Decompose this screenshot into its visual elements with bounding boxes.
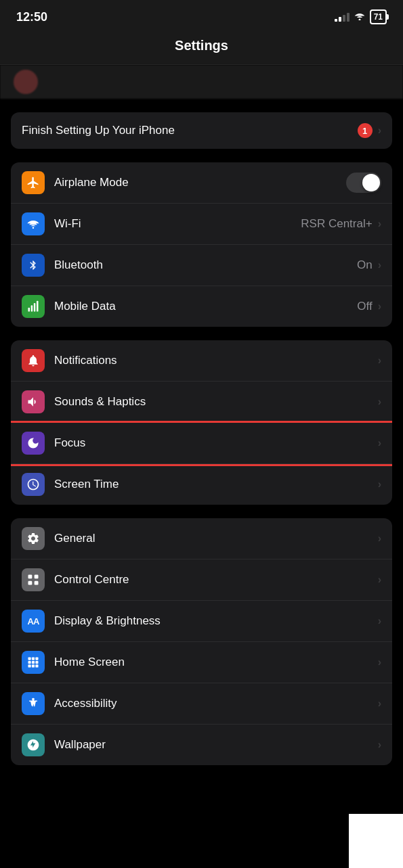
status-time: 12:50 xyxy=(16,10,47,24)
connectivity-section: Airplane Mode Wi-Fi RSR Central+ › xyxy=(11,162,392,327)
home-screen-label: Home Screen xyxy=(54,656,378,669)
svg-rect-8 xyxy=(28,658,31,660)
sounds-haptics-chevron-icon: › xyxy=(378,396,381,408)
sounds-haptics-label: Sounds & Haptics xyxy=(54,395,378,409)
focus-icon xyxy=(22,432,45,455)
svg-rect-13 xyxy=(35,661,38,664)
bluetooth-item[interactable]: Bluetooth On › xyxy=(11,245,392,286)
svg-rect-0 xyxy=(28,308,30,312)
airplane-mode-item[interactable]: Airplane Mode xyxy=(11,162,392,204)
mobile-data-item[interactable]: Mobile Data Off › xyxy=(11,286,392,327)
page-header: Settings xyxy=(0,30,403,65)
focus-chevron-icon: › xyxy=(378,437,381,449)
general-label: General xyxy=(54,532,378,545)
svg-rect-6 xyxy=(28,581,33,585)
wifi-icon xyxy=(22,212,45,235)
svg-rect-2 xyxy=(34,303,36,312)
display-brightness-item[interactable]: AA Display & Brightness › xyxy=(11,601,392,642)
wifi-label: Wi-Fi xyxy=(54,217,301,231)
accessibility-item[interactable]: Accessibility › xyxy=(11,683,392,725)
wifi-chevron-icon: › xyxy=(378,218,381,230)
accessibility-icon xyxy=(22,692,45,715)
wallpaper-chevron-icon: › xyxy=(378,739,381,751)
svg-rect-3 xyxy=(37,301,39,312)
general-icon xyxy=(22,527,45,550)
svg-rect-10 xyxy=(35,658,38,660)
status-bar: 12:50 71 xyxy=(0,0,403,30)
wifi-status-icon xyxy=(354,11,366,23)
mobile-data-label: Mobile Data xyxy=(54,300,357,313)
screen-time-label: Screen Time xyxy=(54,478,378,491)
general-item[interactable]: General › xyxy=(11,518,392,559)
wallpaper-item[interactable]: Wallpaper › xyxy=(11,725,392,765)
settings-content: Finish Setting Up Your iPhone 1 › Airpla… xyxy=(0,112,403,765)
avatar xyxy=(14,70,38,94)
notifications-chevron-icon: › xyxy=(378,355,381,367)
sounds-haptics-item[interactable]: Sounds & Haptics › xyxy=(11,382,392,423)
finish-setup-section: Finish Setting Up Your iPhone 1 › xyxy=(11,112,392,149)
bluetooth-chevron-icon: › xyxy=(378,259,381,271)
general-chevron-icon: › xyxy=(378,532,381,545)
airplane-mode-icon xyxy=(22,171,45,194)
home-screen-icon xyxy=(22,651,45,674)
accessibility-chevron-icon: › xyxy=(378,698,381,710)
display-brightness-label: Display & Brightness xyxy=(54,614,378,628)
focus-item[interactable]: Focus › xyxy=(11,423,392,464)
signal-bars-icon xyxy=(335,13,349,22)
svg-rect-1 xyxy=(31,305,33,311)
svg-rect-15 xyxy=(32,664,35,667)
svg-rect-4 xyxy=(28,575,33,579)
display-brightness-chevron-icon: › xyxy=(378,615,381,627)
control-centre-item[interactable]: Control Centre › xyxy=(11,559,392,601)
notifications-icon xyxy=(22,349,45,372)
svg-rect-7 xyxy=(35,581,39,585)
svg-rect-5 xyxy=(35,575,39,579)
svg-rect-14 xyxy=(28,664,31,667)
svg-rect-9 xyxy=(32,658,35,660)
screen-time-item[interactable]: Screen Time › xyxy=(11,464,392,505)
screen-time-chevron-icon: › xyxy=(378,478,381,490)
accessibility-label: Accessibility xyxy=(54,697,378,710)
mobile-data-chevron-icon: › xyxy=(378,300,381,313)
bottom-corner-block xyxy=(349,814,403,868)
general-section: General › Control Centre › AA Display & … xyxy=(11,518,392,765)
airplane-mode-label: Airplane Mode xyxy=(54,176,346,189)
wifi-item[interactable]: Wi-Fi RSR Central+ › xyxy=(11,204,392,245)
screen-time-icon xyxy=(22,473,45,496)
airplane-mode-toggle[interactable] xyxy=(346,173,381,193)
profile-blur-section xyxy=(0,65,403,99)
display-brightness-icon: AA xyxy=(22,610,45,633)
finish-setup-chevron-icon: › xyxy=(378,124,381,137)
wallpaper-icon xyxy=(22,733,45,756)
home-screen-chevron-icon: › xyxy=(378,656,381,668)
control-centre-icon xyxy=(22,568,45,591)
home-screen-item[interactable]: Home Screen › xyxy=(11,642,392,683)
page-title: Settings xyxy=(175,38,228,53)
finish-setup-label: Finish Setting Up Your iPhone xyxy=(22,124,358,137)
sounds-haptics-icon xyxy=(22,390,45,413)
bluetooth-label: Bluetooth xyxy=(54,258,357,272)
wallpaper-label: Wallpaper xyxy=(54,738,378,752)
finish-setup-item[interactable]: Finish Setting Up Your iPhone 1 › xyxy=(11,112,392,149)
mobile-data-icon xyxy=(22,295,45,318)
focus-label: Focus xyxy=(54,436,378,450)
svg-rect-16 xyxy=(35,664,38,667)
bluetooth-value: On xyxy=(357,258,373,272)
control-centre-chevron-icon: › xyxy=(378,574,381,586)
notifications-item[interactable]: Notifications › xyxy=(11,340,392,382)
notifications-label: Notifications xyxy=(54,354,378,367)
control-centre-label: Control Centre xyxy=(54,573,378,587)
svg-rect-11 xyxy=(28,661,31,664)
battery-indicator: 71 xyxy=(370,9,387,24)
status-icons: 71 xyxy=(335,9,387,24)
bluetooth-icon xyxy=(22,254,45,277)
wifi-value: RSR Central+ xyxy=(301,217,372,231)
mobile-data-value: Off xyxy=(357,300,372,313)
notifications-section: Notifications › Sounds & Haptics › Focus… xyxy=(11,340,392,505)
finish-setup-badge: 1 xyxy=(358,123,373,138)
svg-rect-12 xyxy=(32,661,35,664)
